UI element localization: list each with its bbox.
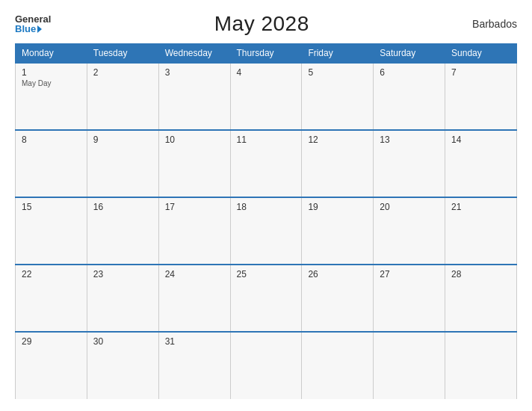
- day-number: 9: [93, 135, 152, 145]
- day-number: 8: [22, 135, 81, 145]
- calendar-cell: 19: [302, 197, 374, 265]
- logo: General Blue: [15, 14, 51, 34]
- day-number: 25: [237, 269, 296, 279]
- calendar-week-row: 15161718192021: [16, 197, 517, 265]
- calendar-cell: 15: [16, 197, 87, 265]
- calendar-cell: 10: [158, 130, 230, 197]
- calendar-header-row: MondayTuesdayWednesdayThursdayFridaySatu…: [16, 44, 517, 64]
- calendar-cell: 22: [16, 265, 87, 332]
- day-number: 1: [22, 67, 81, 78]
- calendar-cell: 25: [230, 265, 302, 332]
- day-number: 15: [22, 202, 81, 212]
- calendar-cell: 12: [302, 130, 374, 197]
- calendar-cell: [230, 332, 302, 399]
- calendar-cell: 21: [445, 197, 517, 265]
- day-number: 12: [308, 135, 367, 145]
- calendar-cell: 8: [16, 130, 87, 197]
- day-of-week-friday: Friday: [302, 44, 374, 64]
- calendar-cell: 28: [445, 265, 517, 332]
- day-number: 2: [93, 67, 152, 78]
- calendar-cell: 26: [302, 265, 374, 332]
- day-of-week-thursday: Thursday: [230, 44, 302, 64]
- country-label: Barbados: [472, 18, 517, 30]
- calendar-cell: 24: [158, 265, 230, 332]
- day-number: 17: [165, 202, 224, 212]
- calendar-title: May 2028: [214, 12, 309, 36]
- day-number: 3: [165, 67, 224, 78]
- calendar-cell: 5: [302, 63, 374, 130]
- day-number: 20: [380, 202, 439, 212]
- calendar-header: General Blue May 2028 Barbados: [15, 12, 517, 36]
- calendar-cell: 16: [87, 197, 158, 265]
- day-number: 21: [451, 202, 510, 212]
- calendar-cell: [374, 332, 445, 399]
- calendar-cell: 11: [230, 130, 302, 197]
- calendar-cell: 23: [87, 265, 158, 332]
- holiday-label: May Day: [22, 79, 81, 87]
- calendar-cell: 30: [87, 332, 158, 399]
- calendar-cell: [302, 332, 374, 399]
- day-number: 18: [237, 202, 296, 212]
- day-number: 31: [165, 336, 224, 347]
- calendar-cell: 13: [374, 130, 445, 197]
- logo-blue-text: Blue: [15, 24, 42, 34]
- calendar-cell: 18: [230, 197, 302, 265]
- day-number: 13: [380, 135, 439, 145]
- day-of-week-saturday: Saturday: [374, 44, 445, 64]
- logo-triangle-icon: [37, 25, 42, 33]
- day-of-week-tuesday: Tuesday: [87, 44, 158, 64]
- calendar-cell: 4: [230, 63, 302, 130]
- day-number: 19: [308, 202, 367, 212]
- day-number: 26: [308, 269, 367, 279]
- calendar-cell: 17: [158, 197, 230, 265]
- day-number: 29: [22, 336, 81, 347]
- day-number: 24: [165, 269, 224, 279]
- calendar-cell: 9: [87, 130, 158, 197]
- day-number: 27: [380, 269, 439, 279]
- calendar-cell: 20: [374, 197, 445, 265]
- calendar-cell: 6: [374, 63, 445, 130]
- calendar-week-row: 293031: [16, 332, 517, 399]
- calendar-cell: 1May Day: [16, 63, 87, 130]
- calendar-cell: 29: [16, 332, 87, 399]
- day-number: 14: [451, 135, 510, 145]
- day-number: 11: [237, 135, 296, 145]
- calendar-cell: 31: [158, 332, 230, 399]
- day-number: 23: [93, 269, 152, 279]
- calendar-week-row: 891011121314: [16, 130, 517, 197]
- calendar-cell: 2: [87, 63, 158, 130]
- calendar-cell: [445, 332, 517, 399]
- day-number: 16: [93, 202, 152, 212]
- calendar-week-row: 22232425262728: [16, 265, 517, 332]
- day-number: 22: [22, 269, 81, 279]
- day-number: 4: [237, 67, 296, 78]
- day-number: 6: [380, 67, 439, 78]
- calendar-week-row: 1May Day234567: [16, 63, 517, 130]
- day-number: 5: [308, 67, 367, 78]
- day-number: 30: [93, 336, 152, 347]
- day-of-week-monday: Monday: [16, 44, 87, 64]
- calendar-cell: 7: [445, 63, 517, 130]
- day-number: 10: [165, 135, 224, 145]
- day-of-week-sunday: Sunday: [445, 44, 517, 64]
- calendar-cell: 3: [158, 63, 230, 130]
- calendar-table: MondayTuesdayWednesdayThursdayFridaySatu…: [15, 43, 517, 399]
- day-number: 7: [451, 67, 510, 78]
- calendar-cell: 27: [374, 265, 445, 332]
- day-number: 28: [451, 269, 510, 279]
- day-of-week-wednesday: Wednesday: [158, 44, 230, 64]
- calendar-cell: 14: [445, 130, 517, 197]
